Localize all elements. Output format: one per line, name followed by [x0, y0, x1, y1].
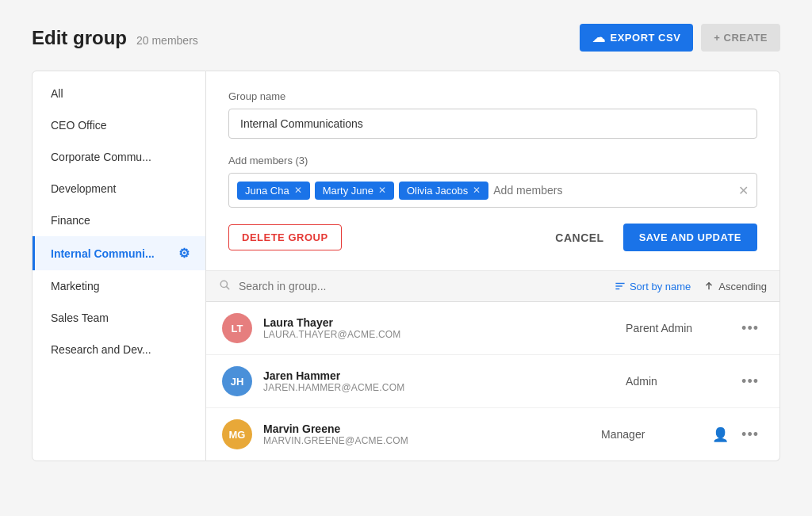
member-name: Jaren Hammer — [263, 369, 626, 382]
sidebar-item-corporate-commu[interactable]: Corporate Commu... — [33, 141, 205, 173]
sidebar-item-sales-team[interactable]: Sales Team — [33, 302, 205, 334]
member-email: JAREN.HAMMER@ACME.COM — [263, 382, 626, 393]
page: Edit group 20 members ☁ EXPORT CSV + CRE… — [0, 0, 812, 516]
ascending-label: Ascending — [718, 281, 767, 292]
table-row: MG Marvin Greene MARVIN.GREENE@ACME.COM … — [206, 408, 779, 461]
sidebar-item-all[interactable]: All — [33, 78, 205, 109]
svg-line-1 — [226, 286, 228, 289]
member-tag-marty-june[interactable]: Marty June ✕ — [315, 182, 394, 200]
content-area: Group name Add members (3) Juna Cha ✕ Ma… — [206, 71, 780, 461]
add-members-label: Add members (3) — [228, 155, 757, 166]
sidebar-item-label: All — [51, 87, 63, 100]
sidebar: All CEO Office Corporate Commu... Develo… — [32, 71, 206, 461]
member-name: Laura Thayer — [263, 316, 626, 329]
avatar-initials: LT — [232, 323, 243, 334]
tag-label: Olivia Jacobs — [407, 185, 468, 197]
export-csv-button[interactable]: ☁ EXPORT CSV — [580, 24, 693, 52]
toolbar-right: Sort by name Ascending — [615, 281, 767, 292]
main-layout: All CEO Office Corporate Commu... Develo… — [32, 71, 780, 461]
sidebar-item-label: Marketing — [51, 280, 99, 292]
avatar: LT — [222, 313, 252, 343]
sidebar-item-label: Internal Communi... — [51, 247, 155, 260]
group-name-input[interactable] — [228, 109, 757, 139]
sidebar-item-finance[interactable]: Finance — [33, 204, 205, 236]
page-title: Edit group — [32, 27, 127, 49]
member-role: Parent Admin — [626, 322, 737, 334]
sidebar-item-marketing[interactable]: Marketing — [33, 270, 205, 302]
member-role: Admin — [626, 375, 737, 388]
sidebar-item-development[interactable]: Development — [33, 173, 205, 204]
sidebar-item-label: Development — [51, 182, 117, 195]
ascending-button[interactable]: Ascending — [703, 281, 767, 292]
person-icon: 👤 — [712, 426, 729, 443]
create-label: + CREATE — [714, 32, 768, 44]
remove-olivia-jacobs-icon[interactable]: ✕ — [473, 185, 481, 196]
member-more-button[interactable]: ••• — [737, 319, 764, 338]
member-name: Marvin Greene — [263, 422, 601, 435]
list-toolbar: Sort by name Ascending — [206, 271, 779, 302]
member-email: LAURA.THAYER@ACME.COM — [263, 329, 626, 340]
search-icon — [219, 279, 231, 293]
avatar: JH — [222, 366, 252, 396]
sort-by-name-button[interactable]: Sort by name — [615, 281, 691, 292]
remove-marty-june-icon[interactable]: ✕ — [378, 185, 386, 196]
members-input-container[interactable]: Juna Cha ✕ Marty June ✕ Olivia Jacobs ✕ — [228, 173, 757, 208]
tag-label: Marty June — [323, 185, 373, 197]
sidebar-item-label: Research and Dev... — [51, 343, 151, 356]
member-email: MARVIN.GREENE@ACME.COM — [263, 435, 601, 446]
member-role: Manager — [601, 428, 712, 441]
members-section: Add members (3) Juna Cha ✕ Marty June ✕ … — [228, 155, 757, 208]
form-right-actions: CANCEL SAVE AND UPDATE — [542, 224, 757, 251]
table-row: LT Laura Thayer LAURA.THAYER@ACME.COM Pa… — [206, 302, 779, 355]
member-actions: ••• — [737, 319, 764, 338]
group-list-section: Sort by name Ascending — [206, 271, 779, 461]
edit-form: Group name Add members (3) Juna Cha ✕ Ma… — [206, 71, 779, 271]
sidebar-item-ceo-office[interactable]: CEO Office — [33, 109, 205, 141]
export-label: EXPORT CSV — [611, 32, 681, 44]
member-actions: 👤 ••• — [712, 425, 764, 445]
sidebar-item-internal-communi[interactable]: Internal Communi... ⚙ — [33, 236, 205, 270]
sidebar-item-research-dev[interactable]: Research and Dev... — [33, 334, 205, 365]
delete-label: DELETE GROUP — [242, 231, 328, 243]
avatar-initials: MG — [229, 429, 246, 441]
member-tag-juna-cha[interactable]: Juna Cha ✕ — [237, 182, 310, 200]
member-info: Marvin Greene MARVIN.GREENE@ACME.COM — [263, 422, 601, 446]
avatar-initials: JH — [231, 376, 244, 388]
gear-icon: ⚙ — [178, 246, 190, 261]
form-actions: DELETE GROUP CANCEL SAVE AND UPDATE — [228, 224, 757, 251]
table-row: JH Jaren Hammer JAREN.HAMMER@ACME.COM Ad… — [206, 355, 779, 408]
avatar: MG — [222, 419, 252, 449]
search-input[interactable] — [239, 280, 607, 292]
member-more-button[interactable]: ••• — [737, 372, 764, 392]
clear-input-icon[interactable]: ✕ — [738, 183, 749, 198]
add-members-input[interactable] — [493, 184, 733, 197]
save-label: SAVE AND UPDATE — [639, 231, 741, 243]
group-name-label: Group name — [228, 90, 757, 102]
sidebar-item-label: Corporate Commu... — [51, 151, 151, 163]
header-actions: ☁ EXPORT CSV + CREATE — [580, 24, 780, 52]
sidebar-item-label: Sales Team — [51, 312, 109, 324]
sidebar-item-label: Finance — [51, 214, 90, 227]
tag-label: Juna Cha — [245, 185, 289, 197]
delete-group-button[interactable]: DELETE GROUP — [228, 224, 342, 250]
member-info: Jaren Hammer JAREN.HAMMER@ACME.COM — [263, 369, 626, 393]
cancel-label: CANCEL — [555, 231, 603, 244]
member-actions: ••• — [737, 372, 764, 392]
save-update-button[interactable]: SAVE AND UPDATE — [623, 224, 757, 251]
create-button[interactable]: + CREATE — [701, 24, 780, 52]
cancel-button[interactable]: CANCEL — [542, 225, 616, 250]
member-count: 20 members — [136, 34, 198, 47]
header-left: Edit group 20 members — [32, 27, 198, 49]
member-more-button[interactable]: ••• — [737, 425, 764, 445]
page-header: Edit group 20 members ☁ EXPORT CSV + CRE… — [32, 24, 780, 52]
remove-juna-cha-icon[interactable]: ✕ — [294, 185, 302, 196]
sort-label: Sort by name — [630, 281, 691, 292]
sidebar-item-label: CEO Office — [51, 119, 107, 132]
upload-icon: ☁ — [592, 30, 606, 45]
member-info: Laura Thayer LAURA.THAYER@ACME.COM — [263, 316, 626, 340]
member-tag-olivia-jacobs[interactable]: Olivia Jacobs ✕ — [399, 182, 488, 200]
